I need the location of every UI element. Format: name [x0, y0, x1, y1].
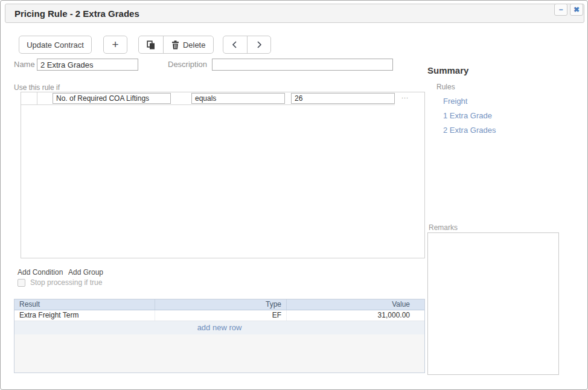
add-condition-link[interactable]: Add Condition	[18, 268, 63, 277]
pricing-rule-window: Pricing Rule - 2 Extra Grades − ✖ Update…	[0, 0, 588, 390]
next-rule-button[interactable]	[247, 36, 270, 53]
copy-button[interactable]	[139, 36, 163, 53]
header-type: Type	[155, 299, 287, 310]
description-label: Description	[168, 59, 207, 71]
rule-link-freight[interactable]: Freight	[443, 97, 467, 106]
table-row[interactable]: Extra Freight Term EF 31,000.00	[14, 310, 424, 321]
prev-next-button-group	[223, 36, 271, 54]
results-table: Result Type Value Extra Freight Term EF …	[14, 299, 425, 373]
minimize-button[interactable]: −	[554, 4, 567, 16]
remarks-label: Remarks	[429, 223, 458, 232]
stop-processing-checkbox[interactable]	[18, 279, 25, 287]
name-label: Name	[14, 59, 35, 71]
title-bar: Pricing Rule - 2 Extra Grades	[5, 4, 584, 23]
rule-conditions-panel: ...	[21, 92, 425, 258]
trash-icon	[171, 40, 179, 50]
delete-button[interactable]: Delete	[163, 36, 213, 53]
window-title: Pricing Rule - 2 Extra Grades	[14, 8, 139, 19]
stop-processing-label: Stop processing if true	[30, 278, 102, 287]
header-value: Value	[287, 299, 424, 310]
add-rule-button[interactable]: +	[103, 36, 127, 54]
condition-value-input[interactable]	[291, 93, 395, 104]
table-empty-area	[14, 334, 424, 372]
update-contract-button[interactable]: Update Contract	[19, 36, 92, 54]
rules-label: Rules	[436, 83, 455, 91]
condition-operator-input[interactable]	[191, 93, 285, 104]
cell-result: Extra Freight Term	[14, 310, 155, 321]
chevron-left-icon	[231, 40, 238, 49]
previous-rule-button[interactable]	[223, 36, 247, 53]
copy-delete-button-group: Delete	[138, 36, 214, 54]
add-new-row-link[interactable]: add new row	[197, 323, 242, 332]
copy-icon	[147, 40, 155, 50]
condition-row-handle[interactable]	[21, 92, 37, 104]
condition-more-button[interactable]: ...	[401, 92, 409, 100]
cell-type: EF	[155, 310, 287, 321]
remarks-textarea[interactable]	[427, 232, 559, 375]
condition-row	[21, 92, 395, 105]
rule-link-1-extra-grade[interactable]: 1 Extra Grade	[443, 111, 492, 120]
chevron-right-icon	[255, 40, 263, 49]
cell-value: 31,000.00	[287, 310, 424, 321]
delete-button-label: Delete	[183, 40, 206, 50]
header-result: Result	[14, 299, 155, 310]
close-button[interactable]: ✖	[570, 4, 583, 16]
add-group-link[interactable]: Add Group	[68, 268, 103, 277]
summary-heading: Summary	[427, 65, 468, 75]
description-input[interactable]	[212, 59, 393, 71]
name-input[interactable]	[37, 59, 138, 71]
results-table-header: Result Type Value	[14, 299, 424, 310]
condition-field-input[interactable]	[53, 93, 171, 104]
add-new-row-bar: add new row	[14, 321, 424, 334]
rule-link-2-extra-grades[interactable]: 2 Extra Grades	[443, 126, 496, 135]
window-controls: − ✖	[554, 4, 583, 16]
